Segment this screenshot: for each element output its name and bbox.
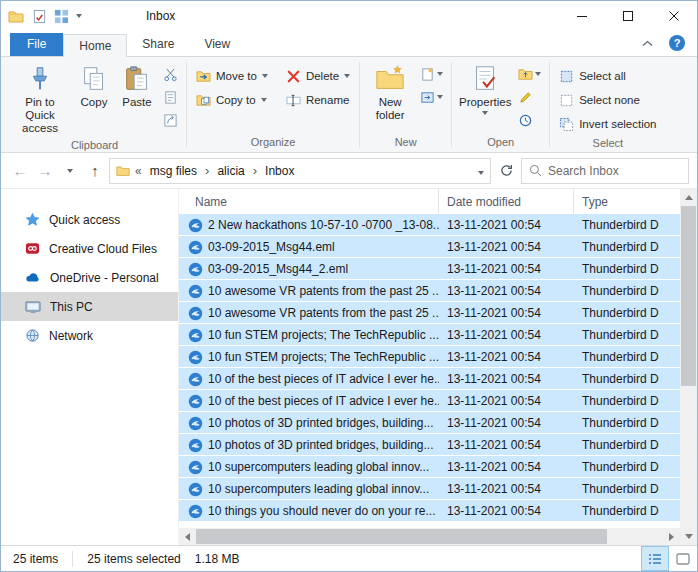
table-row[interactable]: 10 photos of 3D printed bridges, buildin… xyxy=(179,434,680,456)
table-row[interactable]: 03-09-2015_Msg44_2.eml 13-11-2021 00:54 … xyxy=(179,258,680,280)
file-date-modified: 13-11-2021 00:54 xyxy=(439,460,574,474)
sidebar-item-label: Quick access xyxy=(49,213,120,227)
new-item-icon xyxy=(420,67,435,82)
table-row[interactable]: 03-09-2015_Msg44.eml 13-11-2021 00:54 Th… xyxy=(179,236,680,258)
table-row[interactable]: 10 fun STEM projects; The TechRepublic .… xyxy=(179,346,680,368)
open-button[interactable] xyxy=(516,64,543,84)
table-row[interactable]: 10 of the best pieces of IT advice I eve… xyxy=(179,368,680,390)
sidebar-item-network[interactable]: Network xyxy=(1,321,178,350)
maximize-button[interactable] xyxy=(605,1,651,31)
copy-to-button[interactable]: Copy to xyxy=(191,88,273,112)
details-view-button[interactable] xyxy=(641,546,669,571)
column-header-type[interactable]: Type xyxy=(574,189,680,214)
properties-button[interactable]: Properties xyxy=(456,61,514,118)
select-none-button[interactable]: Select none xyxy=(554,88,661,112)
thunderbird-file-icon xyxy=(188,350,203,365)
address-bar: ← → ↑ « msg files alicia Inbox xyxy=(1,153,697,189)
paste-shortcut-button[interactable] xyxy=(161,110,180,130)
table-row[interactable]: 10 things you should never do on your re… xyxy=(179,500,680,522)
scroll-left-icon[interactable] xyxy=(179,528,196,545)
thunderbird-file-icon xyxy=(188,372,203,387)
table-row[interactable]: 10 awesome VR patents from the past 25 .… xyxy=(179,302,680,324)
scroll-up-icon[interactable] xyxy=(680,189,697,206)
new-item-button[interactable] xyxy=(418,64,445,84)
horizontal-scrollbar[interactable] xyxy=(179,528,680,545)
new-folder-button[interactable]: New folder xyxy=(364,61,416,125)
group-select: Select all Select none Invert selection … xyxy=(550,58,665,152)
breadcrumb-overflow[interactable]: « xyxy=(135,164,142,178)
easy-access-button[interactable] xyxy=(418,87,445,107)
paste-shortcut-icon xyxy=(163,113,178,128)
copy-path-button[interactable] xyxy=(161,87,180,107)
column-header-name[interactable]: Name xyxy=(179,189,439,214)
tab-file[interactable]: File xyxy=(10,33,63,56)
tab-home[interactable]: Home xyxy=(63,34,127,57)
copy-to-icon xyxy=(196,93,211,108)
ribbon-controls: ? xyxy=(642,35,697,56)
sidebar-item-onedrive[interactable]: OneDrive - Personal xyxy=(1,263,178,292)
refresh-button[interactable] xyxy=(494,158,518,184)
large-icons-view-button[interactable] xyxy=(669,546,697,571)
minimize-button[interactable] xyxy=(559,1,605,31)
edit-button[interactable] xyxy=(516,87,543,107)
navigation-pane: Quick access Creative Cloud Files OneDri… xyxy=(1,189,179,545)
vertical-scroll-thumb[interactable] xyxy=(681,206,696,386)
paste-button[interactable]: Paste xyxy=(115,61,159,112)
table-row[interactable]: 10 of the best pieces of IT advice I eve… xyxy=(179,390,680,412)
table-row[interactable]: 2 New hackathons 10-57-10 -0700 _13-08..… xyxy=(179,214,680,236)
qat-new-folder-icon[interactable] xyxy=(54,9,69,24)
invert-selection-label: Invert selection xyxy=(579,118,656,130)
paste-icon xyxy=(122,64,152,94)
qat-customize-chevron-icon[interactable] xyxy=(76,14,82,18)
vertical-scrollbar[interactable] xyxy=(680,189,697,545)
help-icon[interactable]: ? xyxy=(669,35,685,51)
up-button[interactable]: ↑ xyxy=(84,159,106,183)
open-group-label: Open xyxy=(452,135,549,152)
sidebar-item-label: Network xyxy=(49,329,93,343)
table-row[interactable]: 10 fun STEM projects; The TechRepublic .… xyxy=(179,324,680,346)
horizontal-scroll-thumb[interactable] xyxy=(196,529,607,544)
location-folder-icon xyxy=(116,164,130,178)
pin-to-quick-access-button[interactable]: Pin to Quick access xyxy=(7,61,73,138)
file-rows: 2 New hackathons 10-57-10 -0700 _13-08..… xyxy=(179,214,680,528)
tab-view[interactable]: View xyxy=(189,33,245,56)
move-to-button[interactable]: Move to xyxy=(191,64,273,88)
select-all-button[interactable]: Select all xyxy=(554,64,661,88)
collapse-ribbon-icon[interactable] xyxy=(642,36,653,50)
scroll-right-icon[interactable] xyxy=(663,528,680,545)
forward-button[interactable]: → xyxy=(34,159,56,183)
titlebar: Inbox xyxy=(1,1,697,31)
explorer-app-icon xyxy=(8,8,24,24)
column-header-date-modified[interactable]: Date modified xyxy=(439,189,574,214)
close-button[interactable] xyxy=(651,1,697,31)
breadcrumb-inbox[interactable]: Inbox xyxy=(262,162,297,180)
rename-button[interactable]: Rename xyxy=(281,88,355,112)
table-row[interactable]: 10 photos of 3D printed bridges, buildin… xyxy=(179,412,680,434)
cut-button[interactable] xyxy=(161,64,180,84)
table-row[interactable]: 10 supercomputers leading global innov..… xyxy=(179,478,680,500)
table-row[interactable]: 10 awesome VR patents from the past 25 .… xyxy=(179,280,680,302)
back-button[interactable]: ← xyxy=(9,159,31,183)
qat-properties-icon[interactable] xyxy=(32,9,47,24)
file-type: Thunderbird D xyxy=(574,306,680,320)
table-row[interactable]: 10 supercomputers leading global innov..… xyxy=(179,456,680,478)
tab-share[interactable]: Share xyxy=(127,33,189,56)
delete-button[interactable]: Delete xyxy=(281,64,355,88)
breadcrumb[interactable]: « msg files alicia Inbox xyxy=(109,158,491,184)
sidebar-item-creative-cloud-files[interactable]: Creative Cloud Files xyxy=(1,234,178,263)
search-input[interactable] xyxy=(548,164,681,178)
recent-locations-button[interactable] xyxy=(59,159,81,183)
address-dropdown-icon[interactable] xyxy=(478,164,484,178)
thunderbird-file-icon xyxy=(188,504,203,519)
sidebar-item-quick-access[interactable]: Quick access xyxy=(1,205,178,234)
invert-selection-button[interactable]: Invert selection xyxy=(554,112,661,136)
breadcrumb-separator-icon xyxy=(205,163,209,178)
copy-button[interactable]: Copy xyxy=(73,61,115,112)
breadcrumb-alicia[interactable]: alicia xyxy=(214,162,247,180)
file-type: Thunderbird D xyxy=(574,394,680,408)
breadcrumb-msg-files[interactable]: msg files xyxy=(147,162,200,180)
scroll-down-icon[interactable] xyxy=(680,528,697,545)
sidebar-item-this-pc[interactable]: This PC xyxy=(1,292,178,321)
history-button[interactable] xyxy=(516,110,543,130)
file-date-modified: 13-11-2021 00:54 xyxy=(439,416,574,430)
